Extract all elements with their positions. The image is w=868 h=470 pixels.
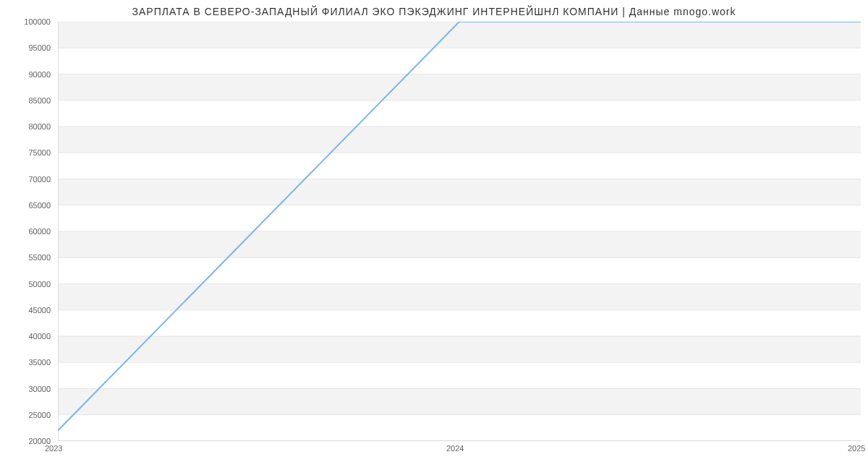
y-tick-label: 40000 [0,332,51,341]
y-tick-label: 95000 [0,43,51,52]
x-tick-label: 2023 [45,444,62,453]
y-tick-label: 100000 [0,17,51,26]
x-tick-label: 2024 [446,444,464,453]
grid-band [58,284,861,310]
chart-title: ЗАРПЛАТА В СЕВЕРО-ЗАПАДНЫЙ ФИЛИАЛ ЭКО ПЭ… [0,6,868,17]
y-tick-label: 70000 [0,175,51,184]
y-tick-label: 45000 [0,306,51,315]
y-tick-label: 60000 [0,227,51,236]
y-tick-label: 50000 [0,280,51,289]
y-tick-label: 80000 [0,122,51,131]
grid-band [58,179,861,205]
grid-band [58,389,861,415]
grid-band [58,127,861,153]
chart-container: ЗАРПЛАТА В СЕВЕРО-ЗАПАДНЫЙ ФИЛИАЛ ЭКО ПЭ… [0,0,868,470]
grid-band [58,231,861,257]
y-tick-label: 85000 [0,96,51,105]
grid-band [58,22,861,48]
y-tick-label: 35000 [0,358,51,367]
y-tick-label: 65000 [0,201,51,210]
grid-band [58,336,861,362]
y-tick-label: 90000 [0,70,51,79]
x-tick-label: 2025 [848,444,865,453]
y-tick-label: 75000 [0,148,51,157]
y-tick-label: 25000 [0,411,51,419]
y-tick-label: 20000 [0,437,51,445]
grid-band [58,74,861,101]
y-tick-label: 30000 [0,385,51,393]
chart-plot [58,22,861,441]
y-tick-label: 55000 [0,253,51,262]
